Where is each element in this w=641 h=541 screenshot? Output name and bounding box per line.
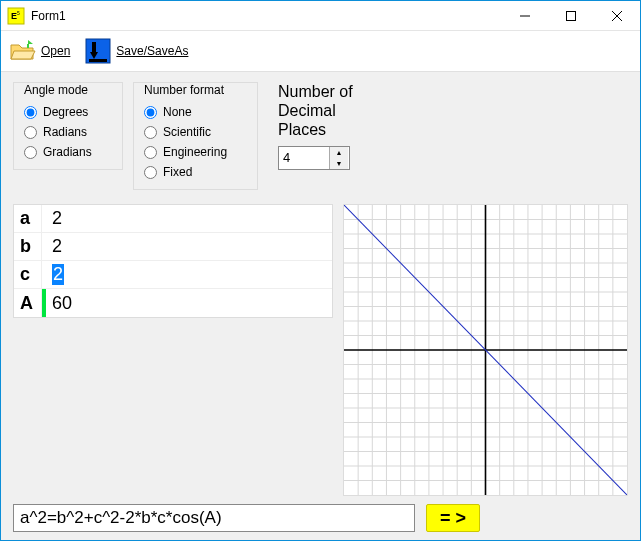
minimize-button[interactable] [502,1,548,30]
var-value[interactable]: 60 [46,289,332,317]
svg-rect-7 [27,44,29,48]
variable-table[interactable]: a 2 b 2 c 2 A 60 [13,204,333,318]
radio-label: Degrees [43,105,88,119]
radio-engineering[interactable] [144,146,157,159]
bottom-row: = > [13,496,628,532]
radio-degrees[interactable] [24,106,37,119]
var-name: A [14,289,42,317]
close-icon [612,11,622,21]
evaluate-label: = > [440,508,466,529]
radio-label: Engineering [163,145,227,159]
table-row[interactable]: c 2 [14,261,332,289]
app-icon: E5 [7,7,25,25]
plot-svg [344,205,627,495]
radio-label: Fixed [163,165,192,179]
maximize-icon [566,11,576,21]
var-value[interactable]: 2 [46,205,332,232]
close-button[interactable] [594,1,640,30]
var-name: b [14,233,42,260]
number-format-scientific[interactable]: Scientific [144,125,247,139]
var-value[interactable]: 2 [46,261,332,288]
folder-open-icon [9,37,37,65]
radio-gradians[interactable] [24,146,37,159]
var-value[interactable]: 2 [46,233,332,260]
plot-area[interactable] [343,204,628,496]
open-group[interactable]: Open [9,37,70,65]
save-label: Save/SaveAs [116,44,188,58]
expression-input[interactable] [13,504,415,532]
window-controls [502,1,640,30]
radio-label: Gradians [43,145,92,159]
titlebar: E5 Form1 [1,1,640,31]
spinner-up-button[interactable]: ▲ [330,147,348,158]
radio-label: None [163,105,192,119]
maximize-button[interactable] [548,1,594,30]
decimal-places-spinner[interactable]: ▲ ▼ [278,146,350,170]
angle-mode-group: Angle mode Degrees Radians Gradians [13,82,123,170]
angle-mode-radians[interactable]: Radians [24,125,112,139]
svg-text:5: 5 [17,10,20,16]
number-format-none[interactable]: None [144,105,247,119]
decimal-places-label: Number of Decimal Places [278,82,353,140]
svg-rect-10 [89,59,107,62]
svg-rect-4 [567,11,576,20]
decimal-places-group: Number of Decimal Places ▲ ▼ [278,82,353,170]
radio-label: Scientific [163,125,211,139]
app-window: E5 Form1 Open Save/SaveAs [0,0,641,541]
angle-mode-degrees[interactable]: Degrees [24,105,112,119]
var-name: c [14,261,42,288]
mid-row: a 2 b 2 c 2 A 60 [13,204,628,496]
number-format-fixed[interactable]: Fixed [144,165,247,179]
radio-scientific[interactable] [144,126,157,139]
number-format-engineering[interactable]: Engineering [144,145,247,159]
var-name: a [14,205,42,232]
spinner-down-button[interactable]: ▼ [330,158,348,169]
open-label: Open [41,44,70,58]
table-row[interactable]: A 60 [14,289,332,317]
radio-fixed[interactable] [144,166,157,179]
radio-label: Radians [43,125,87,139]
evaluate-button[interactable]: = > [426,504,480,532]
angle-mode-gradians[interactable]: Gradians [24,145,112,159]
decimal-places-input[interactable] [279,147,329,169]
expression-box [13,504,416,532]
toolbar: Open Save/SaveAs [1,31,640,72]
save-icon [84,37,112,65]
table-row[interactable]: b 2 [14,233,332,261]
radio-radians[interactable] [24,126,37,139]
angle-mode-title: Angle mode [24,83,112,97]
save-group[interactable]: Save/SaveAs [84,37,188,65]
content-area: Angle mode Degrees Radians Gradians Numb… [1,72,640,540]
minimize-icon [520,11,530,21]
table-row[interactable]: a 2 [14,205,332,233]
radio-none[interactable] [144,106,157,119]
top-controls: Angle mode Degrees Radians Gradians Numb… [13,82,628,190]
window-title: Form1 [31,9,502,23]
number-format-group: Number format None Scientific Engineerin… [133,82,258,190]
number-format-title: Number format [144,83,247,97]
